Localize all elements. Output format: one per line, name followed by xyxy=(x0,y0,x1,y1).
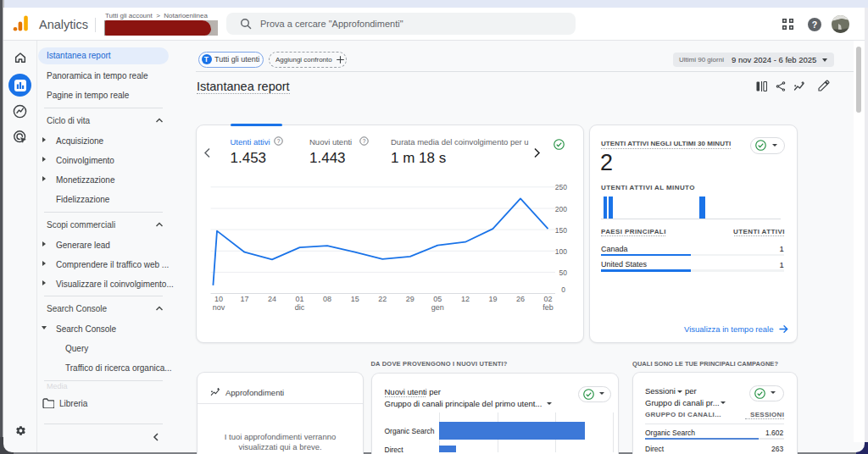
svg-text:02: 02 xyxy=(543,295,552,303)
svg-text:nov: nov xyxy=(213,302,225,311)
svg-text:250: 250 xyxy=(555,183,567,191)
svg-text:200: 200 xyxy=(555,204,567,213)
svg-text:15: 15 xyxy=(351,295,359,303)
svg-text:10: 10 xyxy=(214,295,223,303)
svg-text:22: 22 xyxy=(378,295,387,303)
svg-text:12: 12 xyxy=(461,295,470,303)
svg-text:gen: gen xyxy=(431,302,444,311)
svg-text:17: 17 xyxy=(240,295,248,303)
svg-text:29: 29 xyxy=(406,295,415,303)
svg-text:24: 24 xyxy=(268,295,276,303)
svg-text:26: 26 xyxy=(516,295,525,303)
svg-text:feb: feb xyxy=(542,302,554,311)
svg-text:08: 08 xyxy=(323,295,331,303)
svg-text:0: 0 xyxy=(561,285,565,294)
svg-text:01: 01 xyxy=(296,295,304,303)
svg-text:19: 19 xyxy=(488,295,497,303)
svg-text:50: 50 xyxy=(559,268,568,276)
svg-text:dic: dic xyxy=(295,302,305,311)
svg-text:150: 150 xyxy=(555,225,567,234)
svg-text:100: 100 xyxy=(555,246,567,255)
svg-text:05: 05 xyxy=(433,295,442,303)
